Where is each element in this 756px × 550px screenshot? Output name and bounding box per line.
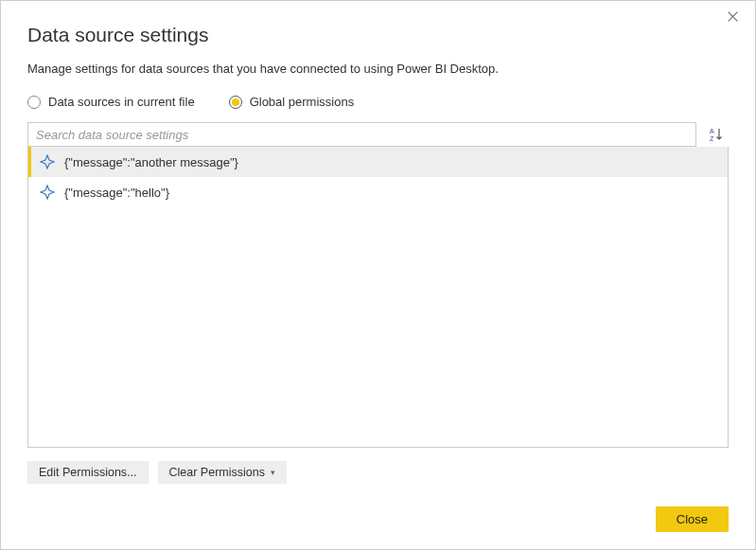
list-item[interactable]: {"message":"hello"} — [28, 177, 728, 207]
close-icon[interactable] — [727, 10, 742, 26]
clear-permissions-button[interactable]: Clear Permissions ▾ — [158, 461, 287, 484]
radio-icon — [27, 96, 41, 109]
page-title: Data source settings — [27, 24, 729, 46]
permission-buttons: Edit Permissions... Clear Permissions ▾ — [27, 461, 729, 484]
data-source-settings-dialog: Data source settings Manage settings for… — [1, 1, 755, 549]
search-row: A Z — [27, 122, 729, 147]
list-item-label: {"message":"another message"} — [64, 155, 238, 169]
radio-current-file[interactable]: Data sources in current file — [27, 95, 195, 109]
radio-label: Data sources in current file — [48, 95, 195, 109]
list-item-label: {"message":"hello"} — [64, 186, 169, 200]
close-button[interactable]: Close — [656, 506, 729, 532]
svg-text:A: A — [710, 128, 714, 134]
radio-label: Global permissions — [250, 95, 355, 109]
button-label: Clear Permissions — [169, 466, 265, 479]
scope-radio-group: Data sources in current file Global perm… — [27, 95, 729, 109]
button-label: Edit Permissions... — [39, 466, 137, 479]
sort-button[interactable]: A Z — [704, 122, 729, 147]
radio-icon — [229, 96, 242, 109]
data-source-list: {"message":"another message"} {"message"… — [27, 147, 729, 448]
button-label: Close — [677, 512, 708, 526]
chevron-down-icon: ▾ — [271, 468, 275, 477]
data-source-icon — [40, 185, 55, 200]
search-input[interactable] — [27, 122, 696, 147]
svg-text:Z: Z — [710, 135, 714, 142]
radio-global-permissions[interactable]: Global permissions — [229, 95, 355, 109]
page-subtitle: Manage settings for data sources that yo… — [27, 62, 729, 76]
edit-permissions-button[interactable]: Edit Permissions... — [27, 461, 149, 484]
data-source-icon — [40, 154, 55, 169]
list-item[interactable]: {"message":"another message"} — [28, 147, 728, 177]
dialog-footer: Close — [27, 506, 729, 532]
